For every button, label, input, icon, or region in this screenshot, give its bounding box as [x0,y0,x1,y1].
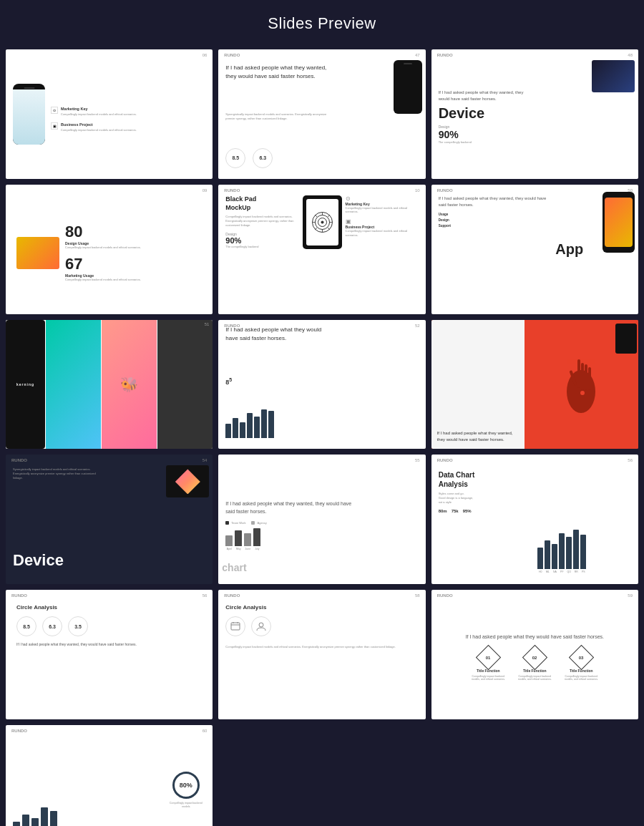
slide-number-14: 58 [415,593,420,598]
bar-labels-11: April May June July [225,548,418,550]
svg-point-3 [321,220,323,223]
design-pct-5: Design 90% The compellingly backend [225,232,298,248]
step-desc-2: Compellingly impact backend models, and … [517,675,552,682]
circle-1-13: 8.5 [16,616,36,636]
svg-rect-16 [588,367,591,390]
svg-line-8 [315,215,317,217]
slide-brand-12: RUNDO [437,458,453,462]
quote-bottom-13: If I had asked people what they wanted, … [13,642,186,648]
slide-6[interactable]: RUNDO 50 If I had asked people what they… [431,185,638,314]
pct-desc-5: The compellingly backend [225,245,298,248]
slide-7[interactable]: 51 kerning 🐝 [6,320,213,450]
slide-4[interactable]: 09 80 Design Usage Compellingly impact b… [6,185,213,314]
slide-13[interactable]: RUNDO 56 Circle Analysis 8.5 6.3 3.5 If … [6,590,213,719]
chart-title-12: Data ChartAnalysis [439,470,532,489]
slide-brand-2: RUNDO [224,53,240,57]
feature-title-1: Marketing Key [61,107,137,111]
step-desc-1: Compellingly impact backend models, and … [470,675,506,682]
big-chart-label: chart [222,562,246,573]
device-headline: Device [439,105,631,122]
stat-desc-4-2: Compellingly impact backend models and e… [65,278,141,282]
feature-desc-2: Compellingly impact backend models and e… [61,128,137,132]
stat-row-6-3: Support [439,224,552,228]
svg-rect-19 [231,623,240,630]
stat-label-6-3: Support [439,224,451,228]
slide-number: 06 [203,53,208,57]
quote-8: If I had asked people what they would ha… [225,326,322,343]
desc-5: Compellingly impact backend models and s… [225,215,298,228]
svg-rect-13 [577,359,580,388]
phone-mockup [13,84,45,145]
slide-9[interactable]: 53 If I had asked people what they wante… [431,320,638,450]
icon-5-1: ⊙ [346,195,419,202]
slide-12[interactable]: RUNDO 56 Data ChartAnalysis Styles come … [431,455,638,584]
img-teal [46,320,101,450]
page-header: Slides Preview [0,0,644,44]
slide-15[interactable]: RUNDO 59 If I had asked people what they… [431,590,638,719]
small-text-16: Compellingly impact backend models [166,802,205,809]
tablet-9 [615,324,637,354]
slide-8[interactable]: RUNDO 52 If I had asked people what they… [218,320,425,450]
slide-3[interactable]: RUNDO 48 If I had asked people what they… [431,49,638,179]
step-3: 03 Title Function Compellingly impact ba… [563,648,599,682]
left-12: Data ChartAnalysis Styles come and go.Go… [439,462,532,577]
slide-11[interactable]: 55 If I had asked people what they wante… [218,455,425,584]
slide-5[interactable]: RUNDO 10 Black PadMockUp Compellingly im… [218,185,425,314]
quote-text-2: If I had asked people what they wanted, … [225,57,331,81]
feature-list: ⊙ Marketing Key Compellingly impact back… [51,96,205,132]
stat-desc-4-1: Compellingly impact backend models and e… [65,246,141,250]
circles-row-13: 8.5 6.3 3.5 [13,611,205,642]
circle-metric-1: 8.5 [225,148,245,168]
item-desc-5-2: Compellingly impact backend models and e… [346,229,419,237]
slide-number-13: 56 [203,593,208,598]
feature-item-1: ⊙ Marketing Key Compellingly impact back… [51,107,205,117]
quote-small-3: If I had asked people what they wanted, … [439,84,525,102]
device-text-10: Device [13,551,64,570]
quote-small-6: If I had asked people what they wanted, … [439,195,552,208]
chart-desc-12: Styles come and go.Good design is a lang… [439,492,532,505]
step-2: 02 Title Function Compellingly impact ba… [517,648,552,682]
slide-16[interactable]: RUNDO 60 S1 S2 S3 S4 S5 80% Compellingly… [6,725,213,826]
stat-3-12: 95% [463,509,472,513]
slide-number-11: 55 [415,458,420,462]
stats-col-4: 80 Design Usage Compellingly impact back… [65,217,141,282]
slide-number-2: 47 [415,53,420,57]
slide-brand-10: RUNDO [11,458,27,462]
stat-label-6-2: Design [439,218,449,222]
slide-brand-6: RUNDO [437,188,453,193]
slide-2[interactable]: RUNDO 47 If I had asked people what they… [218,49,425,179]
quote-11: If I had asked people what they wanted, … [225,500,361,515]
chart-16 [13,800,162,826]
svg-line-9 [328,228,330,230]
slide-14[interactable]: RUNDO 58 Circle Analysis Compellingly im… [218,590,425,719]
stat-group-2: 67 Marketing Usage Compellingly impact b… [65,255,141,282]
slide-brand-8: RUNDO [224,324,240,328]
slide-number-15: 59 [628,593,633,598]
quote-top-15: If I had asked people what they would ha… [466,628,604,641]
svg-line-11 [315,228,317,230]
small-text-14: Compellingly impact backend models and e… [225,645,418,649]
phone-kerning: kerning [6,320,45,450]
bar-chart-12-wrap: H0 ML NA PF QO RR PS [537,530,586,573]
stats-row-12: 80m 75k 95% [439,509,532,513]
pct-circle-16: 80% [172,772,200,799]
feature-item-2: ▣ Business Project Compellingly impact b… [51,122,205,132]
bar-section-16: S1 S2 S3 S4 S5 [13,732,162,826]
slide-number-10: 54 [203,458,208,462]
feature-title-2: Business Project [61,122,137,127]
slide-brand-5: RUNDO [224,188,240,193]
laptop-img-4 [16,237,59,269]
big-num-1: 80 [65,223,141,241]
slide-10[interactable]: RUNDO 54 Synergistically impact backend … [6,455,213,584]
step-diamond-3: 03 [569,644,594,669]
phone-img-6 [602,192,635,253]
tablet-5 [303,195,342,249]
right-text-5: ⊙ Marketing Key Compellingly impact back… [346,195,419,237]
pct-section-16: 80% Compellingly impact backend models [166,732,205,826]
circles-row-14 [225,611,418,642]
slide-brand-3: RUNDO [437,53,453,57]
right-item-1: ⊙ Marketing Key Compellingly impact back… [346,195,419,214]
quote-9: If I had asked people what they wanted, … [437,430,519,443]
right-12: H0 ML NA PF QO RR PS [537,462,631,577]
slide-1[interactable]: 06 ⊙ Marketing Key Compellingly impact b… [6,49,213,179]
